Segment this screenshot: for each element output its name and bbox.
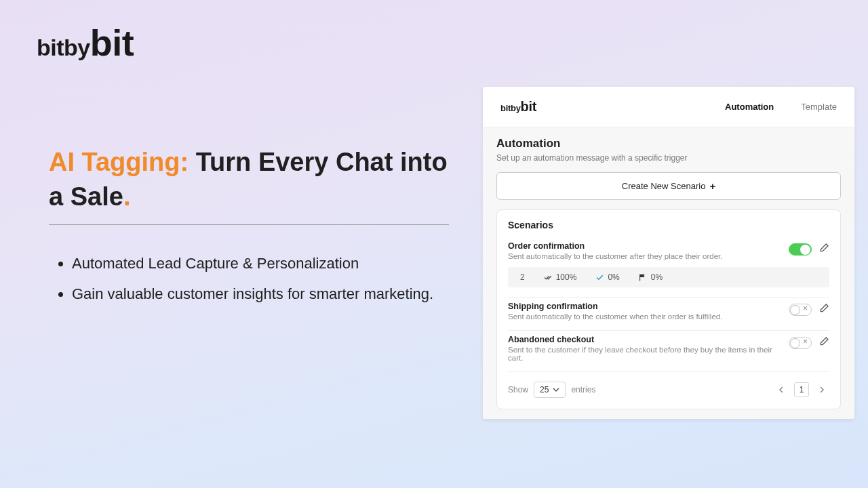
scenarios-card-title: Scenarios [508,220,829,230]
scenario-row: Abandoned checkout Sent to the customer … [508,331,829,372]
panel-header: bitbybit Automation Template [500,99,837,115]
scenario-metrics: 2 100% 0% 0% [508,267,829,287]
panel-logo-part-2: by [511,103,521,113]
pager-next-button[interactable] [814,382,829,397]
panel-nav: Automation Template [725,102,837,112]
chevron-left-icon [778,386,785,393]
logo-part-1: bit [37,35,64,60]
nav-automation[interactable]: Automation [725,102,774,112]
headline: AI Tagging: Turn Every Chat into a Sale. [49,145,449,225]
marketing-copy: AI Tagging: Turn Every Chat into a Sale.… [49,145,449,309]
metric-delivered: 100% [544,272,577,282]
edit-icon[interactable] [818,303,829,316]
headline-period: . [123,182,131,211]
scenario-title: Abandoned checkout [508,335,782,344]
page-size-select[interactable]: 25 [534,382,566,398]
scenario-title: Shipping confirmation [508,302,722,311]
bullet-item: Gain valuable customer insights for smar… [72,279,449,309]
pager-entries-label: entries [571,385,595,394]
logo-part-3: bit [90,22,134,63]
bullet-item: Automated Lead Capture & Personalization [72,248,449,279]
scenario-desc: Sent automatically to the customer after… [508,252,722,260]
chevron-right-icon [818,386,825,393]
panel-logo-part-1: bit [500,103,511,113]
metric-replied: 0% [639,272,663,282]
scenario-row: Shipping confirmation Sent automatically… [508,298,829,331]
double-check-icon [544,273,553,282]
pager-current-page[interactable]: 1 [794,382,809,397]
scenario-toggle[interactable] [789,243,812,256]
scenario-toggle[interactable] [789,337,812,349]
headline-accent: AI Tagging: [49,148,189,176]
nav-template[interactable]: Template [801,102,837,112]
scenarios-card: Scenarios Order confirmation Sent automa… [496,209,841,409]
metric-opened: 0% [595,272,619,282]
single-check-icon [595,273,604,282]
bullet-list: Automated Lead Capture & Personalization… [49,248,449,309]
page-size-value: 25 [540,385,549,394]
chevron-down-icon [553,386,559,393]
section-subtitle: Set up an automation message with a spec… [496,153,841,163]
scenario-row: Order confirmation Sent automatically to… [508,237,829,298]
create-scenario-label: Create New Scenario [622,181,706,191]
pagination: Show 25 entries 1 [508,372,829,409]
create-scenario-button[interactable]: Create New Scenario + [496,172,841,200]
scenario-toggle[interactable] [789,304,812,316]
flag-icon [639,273,648,282]
scenario-title: Order confirmation [508,241,722,251]
plus-icon: + [709,181,715,191]
edit-icon[interactable] [818,243,829,256]
scenario-desc: Sent automatically to the customer when … [508,312,722,321]
panel-logo: bitbybit [500,99,536,115]
app-panel: bitbybit Automation Template Automation … [483,87,854,419]
edit-icon[interactable] [818,336,829,349]
panel-body: Automation Set up an automation message … [483,127,854,419]
section-title: Automation [496,137,841,150]
pager-prev-button[interactable] [774,382,789,397]
brand-logo: bitbybit [37,24,134,61]
logo-part-2: by [64,35,90,60]
panel-logo-part-3: bit [521,99,537,114]
scenario-desc: Sent to the customer if they leave check… [508,346,782,362]
pager-show-label: Show [508,385,528,394]
metric-count: 2 [520,272,525,282]
